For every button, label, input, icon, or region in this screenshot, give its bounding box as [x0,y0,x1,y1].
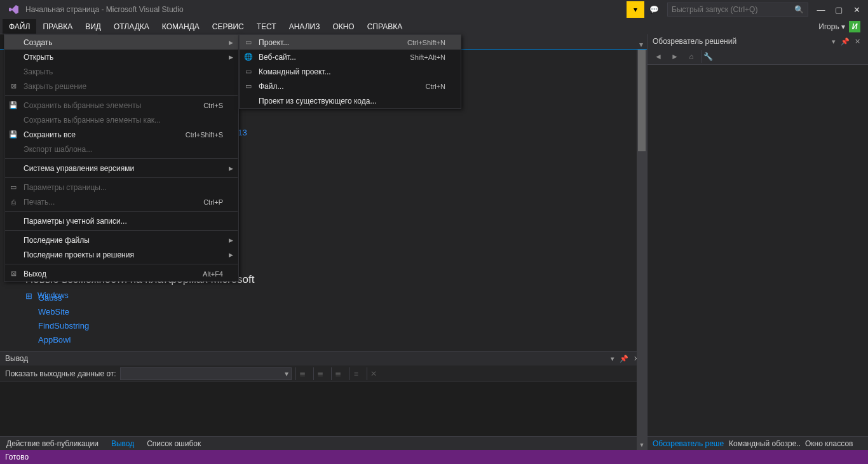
menu-окно[interactable]: ОКНО [326,19,360,34]
new-menu-item[interactable]: Проект из существующего кода... [240,93,461,108]
file-menu-item: 💾Сохранить выбранные элементыCtrl+S [4,98,238,113]
bottom-tabs: Действие веб-публикацииВыводСписок ошибо… [0,436,647,450]
solution-explorer-title: Обозреватель решений [653,37,736,46]
menu-файл[interactable]: ФАЙЛ [3,19,36,34]
output-btn-5[interactable]: ✕ [367,367,381,380]
menubar: ФАЙЛПРАВКАВИДОТЛАДКАКОМАНДАСЕРВИСТЕСТАНА… [0,19,868,34]
right-panel-tab[interactable]: Командный обозре... [724,437,800,450]
search-icon: 🔍 [794,5,804,14]
close-button[interactable]: ✕ [848,1,865,18]
menu-отладка[interactable]: ОТЛАДКА [107,19,156,34]
recent-project-link[interactable]: TRANSLANG_WEB [38,347,112,351]
output-panel: Вывод ▾ 📌 ✕ Показать выходные данные от:… [0,351,647,450]
dropdown-icon[interactable]: ▾ [639,40,643,49]
status-text: Готово [5,453,29,461]
output-body[interactable] [0,382,647,436]
file-menu-item[interactable]: Последние проекты и решения▶ [4,247,238,262]
recent-project-link[interactable]: Gauss [38,291,112,305]
feedback-flag-icon[interactable]: ▾ [627,1,644,18]
bottom-tab[interactable]: Действие веб-публикации [0,437,105,450]
output-toolbar: Показать выходные данные от: ▾ ≣ ≣ ≣ ≡ ✕ [0,365,647,382]
output-panel-header: Вывод ▾ 📌 ✕ [0,351,647,365]
quick-launch-search[interactable]: Быстрый запуск (Ctrl+Q) 🔍 [667,3,808,17]
output-btn-3[interactable]: ≣ [331,367,345,380]
new-menu-item[interactable]: ▭Файл...Ctrl+N [240,79,461,93]
new-menu-item[interactable]: 🌐Веб-сайт...Shift+Alt+N [240,50,461,64]
menu-item-icon: ⊠ [8,270,18,278]
file-menu-item[interactable]: Открыть▶ [4,50,238,64]
output-btn-2[interactable]: ≣ [313,367,327,380]
file-menu-item: Закрыть [4,64,238,79]
menu-item-icon: 🌐 [243,53,254,61]
scrollbar-thumb[interactable] [638,50,646,151]
output-btn-4[interactable]: ≡ [349,367,363,380]
window-title: Начальная страница - Microsoft Visual St… [25,5,184,14]
notifications-icon[interactable]: 💬 [646,1,662,18]
menu-item-shortcut: Ctrl+Shift+S [186,131,223,139]
vertical-scrollbar[interactable]: ▲ ▼ [637,50,647,450]
file-menu-item[interactable]: Создать▶ [4,35,238,50]
output-btn-1[interactable]: ≣ [295,367,309,380]
recent-project-link[interactable]: FindSubstring [38,319,112,333]
panel-pin-icon[interactable]: 📌 [838,38,852,46]
menu-item-label: Последние проекты и решения [24,250,134,259]
menu-item-shortcut: Ctrl+Shift+N [407,39,445,46]
properties-icon[interactable]: 🔧 [701,50,715,63]
windows-icon: ⊞ [25,291,32,301]
menu-item-label: Командный проект... [259,67,331,76]
menu-анализ[interactable]: АНАЛИЗ [283,19,327,34]
new-menu-item[interactable]: ▭Проект...Ctrl+Shift+N [240,35,461,50]
recent-project-link[interactable]: WebSite [38,305,112,319]
menu-item-label: Параметры учетной записи... [24,217,127,226]
menu-item-shortcut: Alt+F4 [203,270,223,278]
right-panel-tab[interactable]: Окно классов [800,437,858,450]
file-menu-item[interactable]: Параметры учетной записи... [4,214,238,228]
platform-windows[interactable]: ⊞ Windows [25,291,629,301]
file-menu-item: ▭Параметры страницы... [4,180,238,194]
maximize-button[interactable]: ▢ [830,1,848,18]
new-menu-item[interactable]: ▭Командный проект... [240,64,461,79]
menu-справка[interactable]: СПРАВКА [361,19,409,34]
minimize-button[interactable]: — [812,1,830,18]
recent-project-link[interactable]: AppBowl [38,333,112,347]
nav-forward-icon[interactable]: ► [668,50,682,63]
file-menu-item[interactable]: Система управления версиями▶ [4,161,238,175]
user-account[interactable]: Игорь ▾ И [813,19,865,34]
menu-item-label: Последние файлы [24,236,90,245]
right-panel-tab[interactable]: Обозреватель реше... [648,437,724,450]
panel-dropdown-icon[interactable]: ▾ [608,355,617,363]
file-menu-item: ⎙Печать...Ctrl+P [4,194,238,209]
menu-тест[interactable]: ТЕСТ [250,19,283,34]
menu-item-label: Печать... [24,198,55,207]
search-placeholder: Быстрый запуск (Ctrl+Q) [672,5,794,14]
chevron-right-icon: ▶ [229,252,233,258]
nav-back-icon[interactable]: ◄ [651,50,665,63]
panel-pin-icon[interactable]: 📌 [617,355,631,363]
menu-правка[interactable]: ПРАВКА [36,19,79,34]
panel-close-icon[interactable]: ✕ [852,38,863,46]
home-icon[interactable]: ⌂ [684,50,698,63]
bottom-tab[interactable]: Список ошибок [140,437,207,450]
menu-item-icon: ⎙ [8,198,18,206]
file-menu-item: ⊠Закрыть решение [4,79,238,93]
menu-команда[interactable]: КОМАНДА [156,19,206,34]
chevron-right-icon: ▶ [229,165,233,172]
output-source-combo[interactable]: ▾ [120,367,292,380]
menu-вид[interactable]: ВИД [79,19,107,34]
menu-item-label: Создать [24,38,53,47]
solution-explorer-body[interactable] [648,65,868,436]
file-menu-item[interactable]: 💾Сохранить всеCtrl+Shift+S [4,127,238,142]
scroll-down-icon[interactable]: ▼ [637,440,647,450]
file-menu-item[interactable]: ⊠ВыходAlt+F4 [4,266,238,281]
menu-item-shortcut: Ctrl+S [203,102,223,109]
solution-explorer-panel: Обозреватель решений ▾ 📌 ✕ ◄ ► ⌂ 🔧 Обозр… [647,34,868,450]
bottom-tab[interactable]: Вывод [105,437,140,450]
recent-projects-list: GaussWebSiteFindSubstringAppBowlTRANSLAN… [38,291,112,351]
file-menu-item[interactable]: Последние файлы▶ [4,233,238,247]
menu-item-shortcut: Ctrl+P [203,198,223,206]
menu-сервис[interactable]: СЕРВИС [206,19,250,34]
panel-dropdown-icon[interactable]: ▾ [829,38,838,46]
chevron-right-icon: ▶ [229,237,233,243]
solution-explorer-toolbar: ◄ ► ⌂ 🔧 [648,48,868,65]
output-title: Вывод [5,354,28,363]
